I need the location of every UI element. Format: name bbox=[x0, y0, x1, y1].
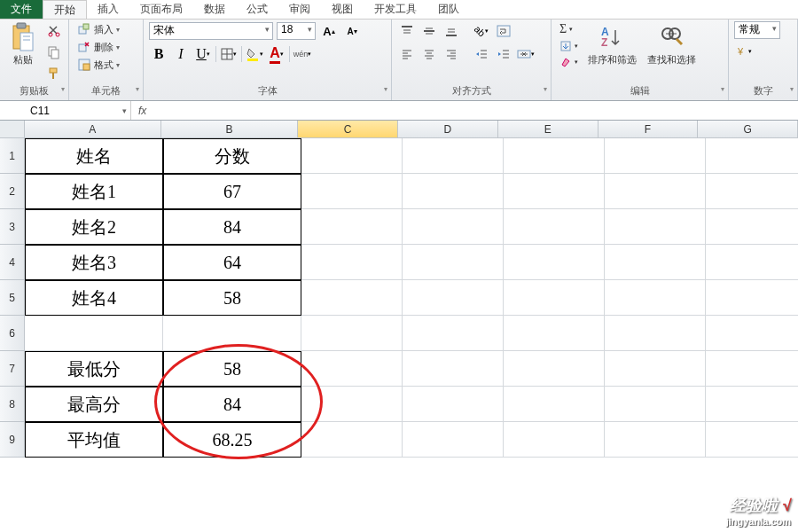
align-right-button[interactable] bbox=[442, 44, 461, 64]
row-header-5[interactable]: 5 bbox=[0, 280, 25, 316]
cell[interactable] bbox=[301, 316, 403, 351]
cell[interactable] bbox=[605, 422, 706, 458]
number-format-combo[interactable]: 常规 bbox=[734, 21, 780, 39]
cell[interactable] bbox=[504, 387, 605, 422]
currency-button[interactable]: ¥▾ bbox=[734, 42, 754, 61]
cell[interactable] bbox=[301, 387, 403, 422]
col-header-b[interactable]: B bbox=[161, 121, 298, 138]
increase-indent-button[interactable] bbox=[494, 44, 513, 64]
paste-button[interactable]: 粘贴 bbox=[5, 21, 41, 68]
cell-a1[interactable]: 姓名 bbox=[25, 138, 163, 174]
font-size-combo[interactable]: 18 bbox=[277, 22, 316, 40]
align-bottom-button[interactable] bbox=[442, 21, 461, 41]
cell-b9[interactable]: 68.25 bbox=[163, 422, 301, 458]
align-middle-button[interactable] bbox=[419, 21, 439, 41]
cell[interactable] bbox=[605, 174, 706, 209]
col-header-g[interactable]: G bbox=[698, 121, 798, 138]
cell[interactable] bbox=[706, 245, 798, 280]
cell[interactable] bbox=[706, 422, 798, 458]
merge-button[interactable]: ▾ bbox=[516, 44, 536, 64]
row-header-3[interactable]: 3 bbox=[0, 209, 25, 245]
cell[interactable] bbox=[504, 174, 605, 209]
cell[interactable] bbox=[706, 316, 798, 351]
italic-button[interactable]: I bbox=[171, 44, 191, 64]
cell[interactable] bbox=[706, 280, 798, 316]
cell[interactable] bbox=[25, 316, 163, 351]
col-header-d[interactable]: D bbox=[398, 121, 498, 138]
cell[interactable] bbox=[706, 209, 798, 245]
cell[interactable] bbox=[403, 138, 504, 174]
cell[interactable] bbox=[706, 138, 798, 174]
fill-button[interactable]: ▾ bbox=[557, 39, 581, 53]
tab-start[interactable]: 开始 bbox=[43, 0, 87, 19]
tab-view[interactable]: 视图 bbox=[321, 0, 364, 19]
cell[interactable] bbox=[504, 422, 605, 458]
cell[interactable] bbox=[403, 174, 504, 209]
cell[interactable] bbox=[403, 387, 504, 422]
cell[interactable] bbox=[504, 316, 605, 351]
cell[interactable] bbox=[403, 209, 504, 245]
tab-file[interactable]: 文件 bbox=[0, 0, 43, 19]
row-header-6[interactable]: 6 bbox=[0, 316, 25, 351]
cell[interactable] bbox=[301, 351, 403, 387]
tab-dev[interactable]: 开发工具 bbox=[364, 0, 427, 19]
cell-b3[interactable]: 84 bbox=[163, 209, 301, 245]
cell[interactable] bbox=[605, 245, 706, 280]
decrease-indent-button[interactable] bbox=[472, 44, 491, 64]
cell[interactable] bbox=[605, 138, 706, 174]
col-header-e[interactable]: E bbox=[498, 121, 598, 138]
cell[interactable] bbox=[504, 209, 605, 245]
format-painter-button[interactable] bbox=[44, 64, 64, 83]
bold-button[interactable]: B bbox=[149, 44, 168, 64]
cell[interactable] bbox=[301, 422, 403, 458]
cell[interactable] bbox=[163, 316, 301, 351]
cell[interactable] bbox=[706, 387, 798, 422]
cells-delete-button[interactable]: 删除▾ bbox=[74, 39, 122, 55]
tab-review[interactable]: 审阅 bbox=[278, 0, 321, 19]
cell[interactable] bbox=[301, 174, 403, 209]
row-header-2[interactable]: 2 bbox=[0, 174, 25, 209]
cell-a9[interactable]: 平均值 bbox=[25, 422, 163, 458]
col-header-a[interactable]: A bbox=[25, 121, 161, 138]
cell-a3[interactable]: 姓名2 bbox=[25, 209, 163, 245]
fx-icon[interactable]: fx bbox=[138, 105, 146, 117]
cell[interactable] bbox=[301, 209, 403, 245]
col-header-c[interactable]: C bbox=[298, 121, 398, 138]
copy-button[interactable] bbox=[44, 43, 64, 62]
wrap-text-button[interactable] bbox=[494, 21, 513, 41]
cell[interactable] bbox=[504, 351, 605, 387]
cell[interactable] bbox=[605, 351, 706, 387]
fill-color-button[interactable]: ▾ bbox=[245, 44, 264, 64]
orientation-button[interactable]: ab▾ bbox=[472, 21, 491, 41]
cell-b4[interactable]: 64 bbox=[163, 245, 301, 280]
increase-font-button[interactable]: A▴ bbox=[319, 21, 339, 41]
cell[interactable] bbox=[706, 351, 798, 387]
cells-format-button[interactable]: 格式▾ bbox=[74, 57, 122, 73]
row-header-7[interactable]: 7 bbox=[0, 351, 25, 387]
col-header-f[interactable]: F bbox=[598, 121, 699, 138]
tab-team[interactable]: 团队 bbox=[427, 0, 470, 19]
cut-button[interactable] bbox=[44, 21, 64, 41]
row-header-1[interactable]: 1 bbox=[0, 138, 25, 174]
phonetic-button[interactable]: wén▾ bbox=[293, 44, 312, 64]
cell[interactable] bbox=[403, 422, 504, 458]
cell-a5[interactable]: 姓名4 bbox=[25, 280, 163, 316]
cells-area[interactable]: 姓名 分数 姓名1 67 姓名2 84 姓名3 64 姓名4 58 最低分 58… bbox=[25, 138, 798, 532]
border-button[interactable]: ▾ bbox=[219, 44, 239, 64]
cell-a8[interactable]: 最高分 bbox=[25, 387, 163, 422]
cell-a4[interactable]: 姓名3 bbox=[25, 245, 163, 280]
cell[interactable] bbox=[301, 138, 403, 174]
cell[interactable] bbox=[403, 245, 504, 280]
cell[interactable] bbox=[504, 280, 605, 316]
cell[interactable] bbox=[504, 245, 605, 280]
autosum-button[interactable]: Σ▾ bbox=[557, 21, 581, 37]
tab-layout[interactable]: 页面布局 bbox=[129, 0, 193, 19]
align-top-button[interactable] bbox=[397, 21, 417, 41]
cell-b7[interactable]: 58 bbox=[163, 351, 301, 387]
cell-b2[interactable]: 67 bbox=[163, 174, 301, 209]
decrease-font-button[interactable]: A▾ bbox=[342, 21, 362, 41]
cell[interactable] bbox=[403, 351, 504, 387]
cell[interactable] bbox=[301, 280, 403, 316]
select-all-corner[interactable] bbox=[0, 121, 25, 138]
cell[interactable] bbox=[301, 245, 403, 280]
